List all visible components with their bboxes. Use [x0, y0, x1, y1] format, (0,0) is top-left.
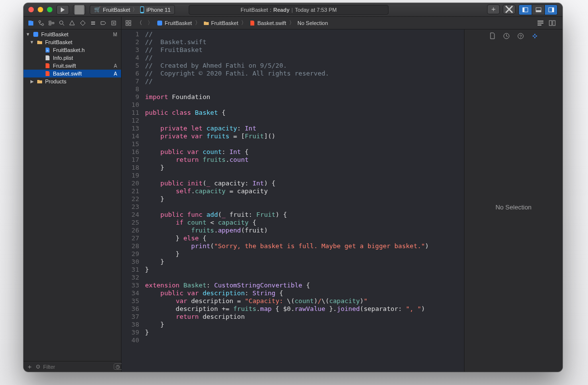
- tree-label: Basket.swift: [53, 71, 82, 77]
- secondary-bar: 〈 〉 FruitBasket 〉 FruitBasket 〉 Basket.s…: [24, 17, 563, 29]
- inspector-body: No Selection: [465, 42, 563, 372]
- filter-input[interactable]: [43, 364, 111, 370]
- svg-rect-6: [536, 10, 540, 11]
- zoom-window-button[interactable]: [47, 7, 52, 12]
- navigator-tabs: [24, 17, 122, 29]
- chevron-icon: 〉: [289, 19, 294, 26]
- tree-label: FruitBasket: [41, 31, 69, 37]
- symbol-navigator-tab[interactable]: [47, 19, 56, 27]
- svg-rect-0: [74, 5, 84, 14]
- test-navigator-tab[interactable]: [78, 19, 87, 27]
- svg-rect-12: [49, 24, 51, 25]
- scheme-project-label: FruitBasket: [103, 7, 130, 13]
- svg-rect-18: [112, 21, 116, 25]
- close-window-button[interactable]: [28, 7, 34, 12]
- swift-file-icon: [44, 70, 51, 77]
- code-editor[interactable]: 1234567891011121314151617181920212223242…: [122, 29, 465, 372]
- breadcrumb-label: FruitBasket: [211, 20, 239, 26]
- tree-file[interactable]: Info.plist: [24, 54, 121, 62]
- disclosure-triangle-icon[interactable]: ▼: [29, 40, 34, 45]
- svg-rect-11: [49, 21, 51, 23]
- breadcrumb-file[interactable]: Basket.swift: [249, 20, 286, 26]
- related-items-button[interactable]: [124, 19, 132, 27]
- disclosure-triangle-icon[interactable]: ▼: [25, 32, 30, 37]
- svg-rect-25: [157, 21, 162, 26]
- tree-label: FruitBasket: [45, 39, 73, 45]
- scheme-separator-icon: 〉: [132, 6, 138, 13]
- add-button[interactable]: ＋: [26, 362, 33, 371]
- swift-file-icon: [249, 20, 255, 26]
- go-back-button[interactable]: 〈: [135, 19, 143, 27]
- find-navigator-tab[interactable]: [57, 19, 66, 27]
- svg-rect-16: [91, 22, 95, 23]
- breadcrumb-symbol[interactable]: No Selection: [297, 20, 328, 26]
- tree-file[interactable]: Fruit.swift A: [24, 62, 121, 70]
- toggle-debug-area-button[interactable]: [532, 5, 544, 15]
- app-icon: 🛒: [94, 6, 101, 13]
- xcode-window: 🛒 FruitBasket 〉 iPhone 11 FruitBasket: R…: [24, 3, 563, 372]
- help-inspector-tab[interactable]: ?: [517, 33, 524, 39]
- device-icon: [140, 6, 145, 13]
- status-state: Ready: [273, 7, 290, 13]
- attributes-inspector-tab[interactable]: [532, 33, 538, 39]
- code-review-button[interactable]: [503, 4, 515, 14]
- report-navigator-tab[interactable]: [109, 19, 118, 27]
- tree-root-project[interactable]: ▼ FruitBasket M: [24, 30, 121, 38]
- breadcrumb-label: Basket.swift: [257, 20, 286, 26]
- scheme-device-label: iPhone 11: [147, 7, 171, 13]
- toggle-navigator-button[interactable]: [519, 5, 532, 15]
- svg-rect-8: [552, 7, 553, 12]
- svg-rect-29: [549, 21, 552, 26]
- tree-file-selected[interactable]: Basket.swift A: [24, 70, 121, 77]
- toggle-inspector-button[interactable]: [544, 5, 557, 15]
- svg-rect-17: [91, 24, 95, 25]
- plist-file-icon: [44, 54, 51, 61]
- debug-navigator-tab[interactable]: [89, 19, 98, 27]
- xcodeproj-icon: [157, 20, 163, 26]
- issue-navigator-tab[interactable]: [68, 19, 76, 27]
- code-content[interactable]: //// Basket.swift// FruitBasket//// Crea…: [143, 29, 464, 372]
- adjust-editor-button[interactable]: [549, 20, 556, 26]
- status-time: Today at 7:53 PM: [295, 7, 337, 13]
- minimize-window-button[interactable]: [38, 7, 43, 12]
- scm-status: A: [114, 63, 117, 69]
- tree-group-folder[interactable]: ▼ FruitBasket: [24, 38, 121, 46]
- svg-rect-26: [538, 21, 543, 22]
- history-inspector-tab[interactable]: [503, 33, 510, 39]
- svg-rect-24: [129, 24, 131, 26]
- editor-mode-button[interactable]: [537, 20, 544, 26]
- tree-products-folder[interactable]: ▶ Products: [24, 77, 121, 85]
- file-tree[interactable]: ▼ FruitBasket M ▼ FruitBasket h FruitBas…: [24, 29, 121, 361]
- activity-status: FruitBasket: Ready | Today at 7:53 PM: [189, 5, 389, 15]
- go-forward-button[interactable]: 〉: [146, 19, 154, 27]
- tree-file[interactable]: h FruitBasket.h: [24, 46, 121, 54]
- source-control-navigator-tab[interactable]: [37, 19, 46, 27]
- editor-options: [537, 20, 560, 26]
- file-inspector-tab[interactable]: [490, 32, 495, 39]
- svg-rect-13: [52, 22, 54, 24]
- svg-rect-23: [126, 24, 128, 26]
- svg-rect-2: [141, 7, 144, 12]
- svg-rect-31: [33, 32, 38, 37]
- disclosure-triangle-icon[interactable]: ▶: [29, 79, 34, 84]
- tree-label: Products: [45, 78, 66, 84]
- breadcrumb-label: No Selection: [297, 20, 328, 26]
- run-button[interactable]: [56, 5, 69, 15]
- breadcrumb-project[interactable]: FruitBasket: [157, 20, 192, 26]
- breakpoint-navigator-tab[interactable]: [99, 19, 108, 27]
- stop-button[interactable]: [73, 5, 86, 15]
- swift-file-icon: [44, 62, 51, 69]
- filter-icon: ⊙: [36, 363, 40, 370]
- breadcrumb-label: FruitBasket: [165, 20, 192, 26]
- titlebar: 🛒 FruitBasket 〉 iPhone 11 FruitBasket: R…: [24, 3, 563, 17]
- project-navigator-tab[interactable]: [26, 19, 35, 27]
- scm-status: M: [113, 32, 117, 37]
- project-navigator: ▼ FruitBasket M ▼ FruitBasket h FruitBas…: [24, 29, 122, 372]
- svg-point-10: [42, 24, 44, 26]
- library-button[interactable]: ＋: [487, 4, 500, 14]
- scheme-selector[interactable]: 🛒 FruitBasket 〉 iPhone 11: [90, 5, 175, 15]
- tree-label: Fruit.swift: [53, 63, 76, 69]
- folder-icon: [36, 78, 43, 85]
- inspector-panel: ? No Selection: [465, 29, 563, 372]
- breadcrumb-folder[interactable]: FruitBasket: [203, 20, 239, 26]
